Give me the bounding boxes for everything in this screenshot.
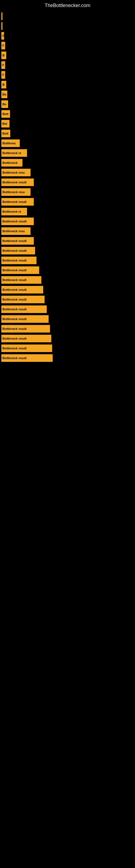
bar-row: Bottleneck re	[0, 208, 135, 215]
bar-label: Bottleneck result	[2, 327, 27, 330]
bar-item	[1, 12, 2, 20]
bar-label: Bottleneck result	[2, 308, 27, 311]
bar-label: Bottleneck resu	[2, 171, 25, 174]
bar-item: Bo	[1, 91, 7, 98]
bar-row: B	[0, 52, 135, 59]
bar-label: Bottleneck result	[2, 298, 27, 301]
bar-label: F	[2, 34, 4, 37]
bar-row: Bott	[0, 130, 135, 137]
bar-label: Bottleneck result	[2, 356, 27, 360]
bar-item: Bottleneck resu	[1, 169, 31, 176]
bar-row: Bottleneck result	[0, 267, 135, 274]
bar-row: Bott	[0, 110, 135, 118]
bar-label: Bol	[2, 122, 7, 125]
bar-row: Bottleneck result	[0, 354, 135, 362]
bar-row: Bottleneck result	[0, 276, 135, 284]
bar-label: Bo	[2, 102, 6, 106]
bar-item: Bottleneck resu	[1, 227, 31, 235]
bar-item: Bottleneck result	[1, 286, 43, 293]
bars-container: FFBFFBBoBoBottBolBottBottlenecBottleneck…	[0, 10, 135, 367]
bar-item: Bottleneck result	[1, 267, 39, 274]
bar-label: Bottleneck resu	[2, 229, 25, 233]
bar-item: Bottleneck result	[1, 335, 51, 342]
bar-label: Bottleneck result	[2, 347, 27, 350]
bar-label: Bottleneck result	[2, 337, 27, 340]
bar-item	[1, 22, 2, 30]
bar-label: Bott	[2, 112, 8, 116]
bar-item: Bottlenec	[1, 140, 20, 147]
bar-item: Bottleneck re	[1, 208, 27, 215]
bar-row: Bottleneck result	[0, 198, 135, 206]
bar-row: Bottleneck result	[0, 257, 135, 264]
bar-row: Bottleneck result	[0, 335, 135, 342]
bar-label: Bottleneck result	[2, 200, 27, 204]
bar-item: Bottleneck result	[1, 315, 49, 323]
bar-item: Bottleneck result	[1, 276, 41, 284]
bar-row: Bottleneck result	[0, 218, 135, 225]
bar-row: Bo	[0, 100, 135, 108]
bar-label: Bo	[2, 93, 6, 96]
bar-label: Bottleneck result	[2, 181, 27, 184]
bar-row: Bottleneck result	[0, 315, 135, 323]
bar-label: Bottleneck re	[2, 151, 21, 155]
bar-label: Bottleneck result	[2, 249, 27, 252]
bar-item: B	[1, 52, 6, 59]
bar-item: F	[1, 61, 5, 69]
bar-label: Bottleneck result	[2, 317, 27, 321]
bar-label: Bottleneck	[2, 161, 17, 164]
bar-row: Bottleneck result	[0, 286, 135, 293]
bar-row: Bottleneck	[0, 159, 135, 166]
bar-label: Bottleneck result	[2, 220, 27, 223]
bar-row	[0, 22, 135, 30]
bar-row: Bottleneck result	[0, 247, 135, 254]
bar-label: Bottleneck result	[2, 278, 27, 282]
bar-item: Bottleneck result	[1, 305, 47, 313]
bar-row: F	[0, 61, 135, 69]
bar-item: F	[1, 32, 4, 40]
bar-label: F	[2, 73, 4, 76]
bar-label: Bottleneck result	[2, 259, 27, 262]
bar-label: Bottleneck result	[2, 269, 27, 272]
bar-row: Bottleneck resu	[0, 169, 135, 176]
bar-row: Bottleneck resu	[0, 227, 135, 235]
bar-row: Bottleneck result	[0, 237, 135, 245]
bar-row: Bottlenec	[0, 140, 135, 147]
bar-item: Bott	[1, 110, 10, 118]
bar-row: Bol	[0, 120, 135, 127]
bar-item: Bottleneck re	[1, 149, 27, 157]
bar-row: F	[0, 71, 135, 79]
bar-item: Bottleneck result	[1, 179, 34, 186]
bar-label: Bottleneck re	[2, 210, 21, 213]
bar-row: F	[0, 42, 135, 50]
bar-item: Bol	[1, 120, 9, 127]
bar-row: Bottleneck result	[0, 179, 135, 186]
bar-label: Bott	[2, 132, 8, 135]
bar-row: Bottleneck result	[0, 344, 135, 352]
bar-item: F	[1, 71, 5, 79]
bar-item: Bottleneck result	[1, 344, 52, 352]
bar-row: F	[0, 32, 135, 40]
bar-item: Bottleneck result	[1, 354, 53, 362]
bar-label: F	[2, 44, 4, 47]
bar-item: Bottleneck result	[1, 325, 50, 333]
bar-row	[0, 12, 135, 20]
bar-item: F	[1, 42, 5, 50]
bar-item: Bottleneck result	[1, 198, 34, 206]
bar-row: Bottleneck result	[0, 325, 135, 333]
bar-label: B	[2, 54, 5, 57]
bar-label: F	[2, 63, 4, 67]
bar-row: Bo	[0, 91, 135, 98]
bar-item: Bottleneck	[1, 159, 22, 166]
bar-item: Bottleneck result	[1, 257, 37, 264]
bar-row: B	[0, 81, 135, 88]
bar-row: Bottleneck re	[0, 149, 135, 157]
bar-label: Bottlenec	[2, 142, 16, 145]
bar-item: Bott	[1, 130, 10, 137]
bar-item: Bottleneck result	[1, 218, 34, 225]
bar-item: Bo	[1, 100, 8, 108]
bar-row: Bottleneck result	[0, 296, 135, 303]
bar-item: Bottleneck result	[1, 247, 35, 254]
site-title: TheBottlenecker.com	[0, 0, 135, 10]
bar-item: Bottleneck resu	[1, 188, 31, 196]
bar-row: Bottleneck resu	[0, 188, 135, 196]
